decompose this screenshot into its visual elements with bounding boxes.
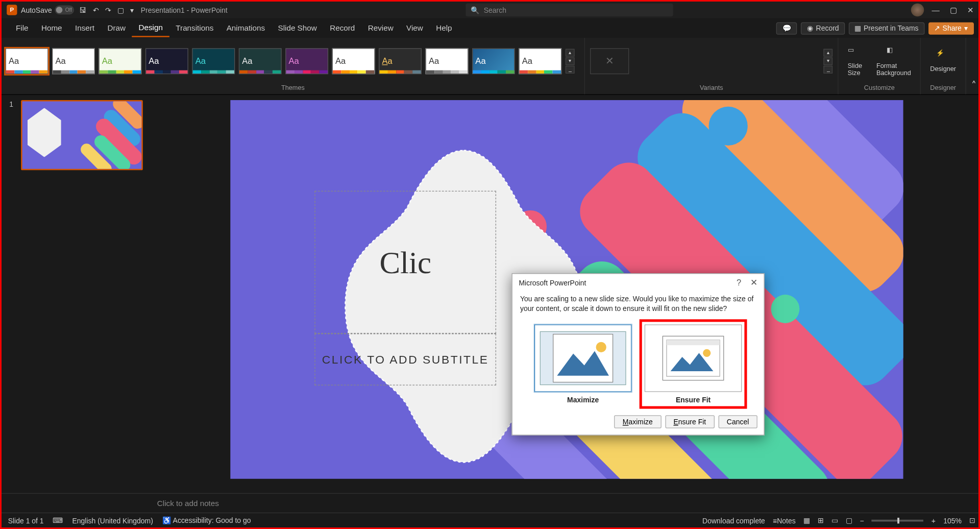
title-bar: P AutoSave Off 🖫 ↶ ↷ ▢ ▾ Presentation1 -… <box>2 2 980 18</box>
tab-design[interactable]: Design <box>132 19 169 37</box>
theme-thumb-2[interactable]: Aa <box>52 48 95 74</box>
svg-point-2 <box>596 342 606 352</box>
ensure-fit-preview-icon <box>645 324 742 392</box>
ribbon: Aa Aa Aa Aa Aa Aa Aa Aa Aa Aa Aa Aa ▴▾⎯ … <box>2 38 980 95</box>
slide-number: 1 <box>9 100 13 108</box>
dialog-close-button[interactable]: ✕ <box>750 278 757 287</box>
tab-review[interactable]: Review <box>361 20 400 37</box>
search-icon: 🔍 <box>471 6 480 14</box>
slide-thumbnail-1[interactable] <box>21 100 143 170</box>
ensure-fit-option[interactable]: Ensure Fit <box>642 322 745 406</box>
record-button[interactable]: ◉ Record <box>801 22 845 34</box>
qat-more-icon[interactable]: ▾ <box>130 6 134 14</box>
tab-transitions[interactable]: Transitions <box>169 20 220 37</box>
quick-access-toolbar: 🖫 ↶ ↷ ▢ ▾ <box>79 6 134 14</box>
spellcheck-icon[interactable]: ⌨ <box>53 516 63 525</box>
view-slideshow-icon[interactable]: ▢ <box>846 516 852 525</box>
variants-group-label: Variants <box>585 84 838 94</box>
theme-thumb-4[interactable]: Aa <box>145 48 188 74</box>
tab-slideshow[interactable]: Slide Show <box>272 20 324 37</box>
accessibility-status[interactable]: ♿ Accessibility: Good to go <box>162 516 251 525</box>
themes-group-label: Themes <box>2 84 584 94</box>
search-box[interactable]: 🔍 Search <box>465 4 673 16</box>
theme-thumb-7[interactable]: Aa <box>285 48 328 74</box>
share-button[interactable]: ↗ Share ▾ <box>928 22 974 34</box>
present-teams-button[interactable]: ▦ Present in Teams <box>849 22 924 34</box>
themes-gallery-scroll[interactable]: ▴▾⎯ <box>566 49 575 73</box>
title-placeholder[interactable]: Clic <box>314 191 496 333</box>
save-icon[interactable]: 🖫 <box>79 6 86 14</box>
document-title: Presentation1 - PowerPoint <box>141 6 228 14</box>
gallery-expand-icon[interactable]: ⎯ <box>566 65 575 73</box>
theme-thumb-5[interactable]: Aa <box>192 48 235 74</box>
designer-group-label: Designer <box>921 84 966 94</box>
cancel-button[interactable]: Cancel <box>718 415 757 428</box>
format-background-button[interactable]: ◧Format Background <box>871 43 916 79</box>
autosave-label: AutoSave <box>21 6 52 14</box>
tab-insert[interactable]: Insert <box>68 20 101 37</box>
designer-group: ⚡Designer Designer <box>921 38 966 94</box>
slide-size-icon: ▭ <box>848 46 862 60</box>
ensure-fit-caption: Ensure Fit <box>645 396 742 403</box>
redo-icon[interactable]: ↷ <box>105 6 111 14</box>
tab-home[interactable]: Home <box>35 20 68 37</box>
scroll-up-icon[interactable]: ▴ <box>566 49 575 56</box>
tab-help[interactable]: Help <box>430 20 459 37</box>
theme-thumb-12[interactable]: Aa <box>519 48 561 74</box>
tab-record[interactable]: Record <box>323 20 361 37</box>
minimize-button[interactable]: — <box>932 6 939 15</box>
customize-group: ▭Slide Size ◧Format Background Customize <box>839 38 921 94</box>
maximize-button[interactable]: Maximize <box>614 415 661 428</box>
variants-group: ✕ ▴▾⎯ Variants <box>585 38 839 94</box>
variant-thumb[interactable]: ✕ <box>590 48 629 74</box>
maximize-button[interactable]: ▢ <box>950 6 957 15</box>
ribbon-collapse-button[interactable]: ˄ <box>966 38 980 94</box>
comments-button[interactable]: 💬 <box>776 22 797 34</box>
ensure-fit-button[interactable]: Ensure Fit <box>665 415 715 428</box>
tab-file[interactable]: File <box>9 20 35 37</box>
svg-point-7 <box>703 349 710 356</box>
view-reading-icon[interactable]: ▭ <box>831 516 838 525</box>
subtitle-placeholder[interactable]: CLICK TO ADD SUBTITLE <box>314 333 496 386</box>
slide-counter[interactable]: Slide 1 of 1 <box>8 517 44 524</box>
theme-thumb-6[interactable]: Aa <box>239 48 282 74</box>
zoom-in-icon[interactable]: + <box>932 517 936 524</box>
workspace: 1 <box>2 95 980 493</box>
download-status: Download complete <box>702 517 765 524</box>
fit-to-window-icon[interactable]: ⊡ <box>969 516 975 525</box>
maximize-option[interactable]: Maximize <box>534 324 632 403</box>
theme-thumb-10[interactable]: Aa <box>426 48 469 74</box>
theme-thumb-8[interactable]: Aa <box>332 48 375 74</box>
zoom-out-icon[interactable]: − <box>860 517 864 524</box>
user-avatar[interactable] <box>911 4 924 16</box>
tab-view[interactable]: View <box>400 20 429 37</box>
powerpoint-icon: P <box>7 5 17 15</box>
notes-toggle[interactable]: ≡Notes <box>773 517 796 524</box>
theme-thumb-11[interactable]: Aa <box>472 48 515 74</box>
maximize-caption: Maximize <box>534 396 632 403</box>
autosave-toggle[interactable]: AutoSave Off <box>21 6 74 15</box>
slide-editor[interactable]: Clic CLICK TO ADD SUBTITLE Microsoft Pow… <box>152 95 980 493</box>
variants-gallery-scroll[interactable]: ▴▾⎯ <box>824 49 833 73</box>
themes-group: Aa Aa Aa Aa Aa Aa Aa Aa Aa Aa Aa Aa ▴▾⎯ … <box>2 38 585 94</box>
zoom-level[interactable]: 105% <box>943 517 962 524</box>
notes-pane[interactable]: Click to add notes <box>2 493 980 513</box>
theme-thumb-9[interactable]: Aa <box>379 48 422 74</box>
view-sorter-icon[interactable]: ⊞ <box>818 516 823 525</box>
scale-dialog: Microsoft PowerPoint ? ✕ You are scaling… <box>511 273 764 435</box>
designer-button[interactable]: ⚡Designer <box>925 47 961 75</box>
dialog-help-button[interactable]: ? <box>737 278 741 287</box>
view-normal-icon[interactable]: ▦ <box>803 516 810 525</box>
tab-animations[interactable]: Animations <box>220 20 272 37</box>
language-status[interactable]: English (United Kingdom) <box>72 517 153 524</box>
autosave-switch[interactable]: Off <box>55 6 74 15</box>
tab-draw[interactable]: Draw <box>101 20 132 37</box>
undo-icon[interactable]: ↶ <box>93 6 99 14</box>
theme-thumb-1[interactable]: Aa <box>6 48 48 74</box>
zoom-slider[interactable] <box>872 520 924 522</box>
close-button[interactable]: ✕ <box>967 6 974 15</box>
slide-size-button[interactable]: ▭Slide Size <box>843 43 868 79</box>
present-icon[interactable]: ▢ <box>117 6 124 14</box>
scroll-down-icon[interactable]: ▾ <box>566 57 575 65</box>
theme-thumb-3[interactable]: Aa <box>99 48 142 74</box>
